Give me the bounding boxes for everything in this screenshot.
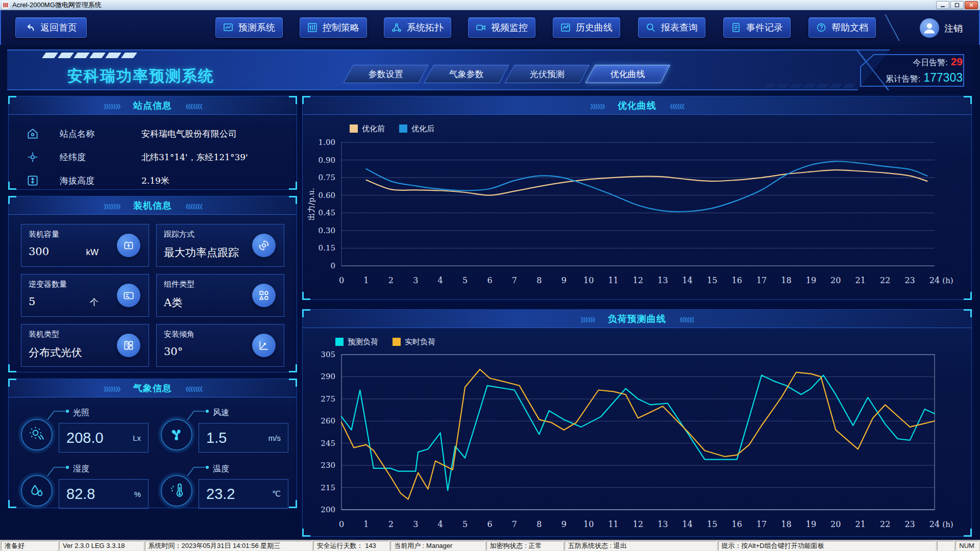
app-window: Acrel-2000MG微电网管理系统 返回首页 预测系统控制策略系统拓扑视频监… — [0, 0, 980, 551]
site-row-label: 站点名称 — [60, 128, 141, 140]
site-info-row: 站点名称安科瑞电气股份有限公司 — [26, 124, 297, 143]
window-title: Acrel-2000MG微电网管理系统 — [12, 1, 102, 10]
svg-text:18: 18 — [781, 519, 791, 529]
card-value: 最大功率点跟踪 — [164, 245, 239, 260]
chevrons-left-icon: ‹‹‹‹‹‹ — [670, 99, 684, 112]
svg-text:23: 23 — [904, 519, 915, 529]
metric-label: 风速 — [213, 408, 229, 418]
alarm-total-label: 累计告警: — [886, 74, 920, 85]
install-card-安装倾角: 安装倾角30° — [156, 324, 284, 367]
nav-button-4[interactable]: 视频监控 — [468, 17, 535, 38]
site-info-header: ››››››› 站点信息 ‹‹‹‹‹‹‹ — [9, 96, 297, 115]
slash-decoration — [829, 84, 842, 88]
legend-swatch — [335, 338, 344, 346]
svg-text:0.75: 0.75 — [318, 173, 335, 182]
chevrons-right-icon: ›››››› — [590, 99, 604, 112]
svg-text:1: 1 — [363, 276, 369, 285]
status-cell-5: 当前用户 : Manager — [390, 541, 484, 550]
chevrons-left-icon: ‹‹‹‹‹‹‹ — [185, 199, 202, 212]
site-info-panel: ››››››› 站点信息 ‹‹‹‹‹‹‹ 站点名称安科瑞电气股份有限公司经纬度北… — [8, 96, 297, 190]
svg-text:0.60: 0.60 — [318, 191, 335, 200]
legend-item-实时负荷[interactable]: 实时负荷 — [393, 337, 435, 347]
app-icon — [2, 2, 9, 9]
svg-text:14: 14 — [682, 276, 693, 285]
minimize-button[interactable] — [936, 1, 949, 9]
metric-connector-line — [46, 464, 70, 479]
site-info-title: 站点信息 — [133, 99, 172, 112]
nav-button-label: 系统拓扑 — [407, 21, 444, 34]
svg-text:19: 19 — [806, 519, 816, 529]
metric-value-box: 208.0Lx — [59, 423, 149, 453]
nav-button-3[interactable]: 系统拓扑 — [384, 17, 451, 38]
metric-connector-line — [186, 464, 210, 479]
user-avatar[interactable] — [920, 18, 939, 38]
header-slash-decoration — [44, 53, 135, 58]
card-value: 分布式光伏 — [29, 345, 82, 360]
svg-text:21: 21 — [855, 519, 866, 529]
tab-光伏预测[interactable]: 光伏预测 — [504, 65, 590, 83]
nav-button-1[interactable]: 预测系统 — [215, 17, 283, 38]
load-forecast-chart-title: 负荷预测曲线 — [608, 313, 666, 325]
nav-button-8[interactable]: 帮助文档 — [808, 17, 876, 38]
metric-value: 23.2 — [206, 486, 235, 503]
site-row-label: 海拔高度 — [60, 175, 141, 187]
svg-text:18: 18 — [781, 276, 791, 285]
install-card-跟踪方式: 跟踪方式最大功率点跟踪 — [156, 224, 284, 267]
card-icon-badge — [117, 284, 140, 307]
nav-button-label: 预测系统 — [238, 21, 275, 34]
nav-button-5[interactable]: 历史曲线 — [553, 17, 620, 38]
legend-item-预测负荷[interactable]: 预测负荷 — [335, 337, 378, 347]
load-forecast-chart-header: ›››››› 负荷预测曲线 ‹‹‹‹‹‹ — [303, 310, 971, 328]
card-value: 5 — [29, 295, 35, 308]
tab-气象参数[interactable]: 气象参数 — [424, 65, 509, 83]
svg-text:10: 10 — [583, 276, 594, 285]
svg-text:2: 2 — [388, 276, 394, 285]
fan-icon — [168, 426, 185, 443]
metric-value-box: 1.5m/s — [199, 423, 288, 453]
metric-label: 湿度 — [73, 464, 89, 474]
install-type-icon — [122, 339, 135, 352]
weather-info-header: ››››››› 气象信息 ‹‹‹‹‹‹‹ — [9, 379, 297, 397]
nav-button-label: 历史曲线 — [576, 21, 612, 34]
chevrons-right-icon: ››››››› — [103, 199, 120, 212]
svg-text:1.00: 1.00 — [318, 138, 335, 147]
metric-unit: Lx — [133, 434, 141, 442]
close-button[interactable] — [965, 1, 978, 9]
svg-text:6: 6 — [487, 276, 492, 285]
optimization-chart-legend: 优化前优化后 — [350, 123, 971, 134]
optimization-chart-header: ›››››› 优化曲线 ‹‹‹‹‹‹ — [303, 96, 971, 115]
maximize-button[interactable] — [950, 1, 964, 9]
svg-text:11: 11 — [608, 519, 618, 529]
nav-button-2[interactable]: 控制策略 — [300, 17, 367, 38]
svg-text:5: 5 — [462, 276, 468, 285]
system-topology-icon — [391, 22, 402, 33]
svg-text:24: 24 — [929, 276, 940, 285]
status-cell-7: 五防系统状态 : 退出 — [565, 541, 716, 550]
nav-home-button[interactable]: 返回首页 — [15, 17, 87, 38]
site-row-value: 安科瑞电气股份有限公司 — [141, 128, 237, 140]
metric-label: 温度 — [213, 464, 229, 474]
site-row-label: 经纬度 — [60, 152, 141, 163]
nav-button-7[interactable]: 事件记录 — [723, 17, 791, 38]
svg-text:3: 3 — [413, 519, 418, 529]
svg-text:20: 20 — [830, 276, 841, 285]
video-monitor-icon — [476, 22, 486, 33]
logout-button[interactable]: 注销 — [944, 22, 963, 35]
legend-item-优化后[interactable]: 优化后 — [399, 124, 434, 134]
svg-text:230: 230 — [321, 461, 335, 470]
close-icon — [969, 3, 974, 8]
metric-icon-ring — [161, 419, 192, 450]
svg-text:11: 11 — [608, 276, 618, 285]
weather-info-panel: ››››››› 气象信息 ‹‹‹‹‹‹‹ 光照208.0Lx风速1.5m/s湿度… — [8, 379, 297, 508]
nav-button-6[interactable]: 报表查询 — [638, 17, 705, 38]
status-cell-8: 提示：按Alt+D组合键打开功能面板 — [718, 541, 936, 550]
svg-text:17: 17 — [756, 519, 767, 529]
svg-text:16: 16 — [732, 519, 742, 529]
svg-text:260: 260 — [321, 416, 335, 425]
legend-item-优化前[interactable]: 优化前 — [350, 124, 385, 134]
tab-优化曲线[interactable]: 优化曲线 — [585, 65, 670, 83]
svg-text:305: 305 — [321, 350, 335, 359]
svg-text:0: 0 — [339, 519, 344, 529]
tab-参数设置[interactable]: 参数设置 — [343, 65, 428, 83]
card-icon-badge — [252, 284, 276, 307]
